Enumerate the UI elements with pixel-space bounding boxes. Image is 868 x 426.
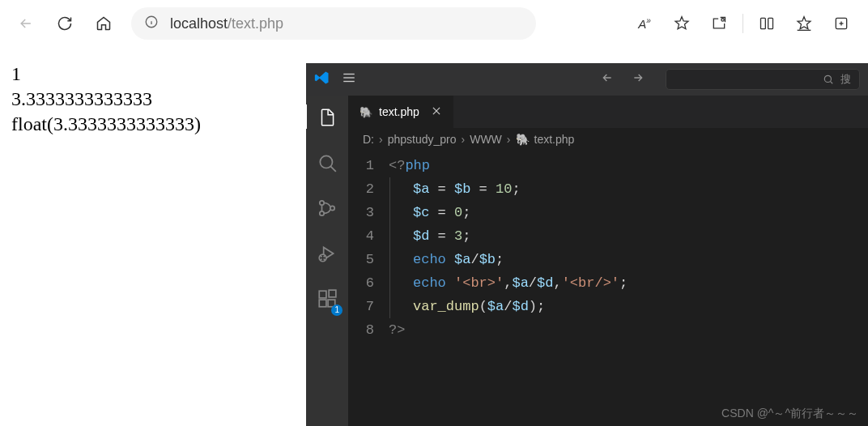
svg-point-13 <box>824 75 831 82</box>
svg-point-15 <box>320 155 332 168</box>
debug-icon[interactable] <box>317 243 338 267</box>
activity-bar: 1 <box>306 96 348 426</box>
vscode-logo-icon <box>314 70 330 89</box>
line-number: 1 <box>348 154 374 177</box>
search-placeholder: 搜 <box>840 72 851 87</box>
svg-rect-24 <box>329 290 336 297</box>
code-editor[interactable]: 1 2 3 4 5 6 7 8 <?php $a = $b = 10; $c =… <box>348 151 868 342</box>
address-bar[interactable]: localhost/text.php <box>131 7 536 40</box>
chevron-right-icon: › <box>462 133 466 146</box>
nav-forward-icon[interactable] <box>627 68 649 91</box>
line-number: 3 <box>348 201 374 224</box>
chevron-right-icon: › <box>379 133 383 146</box>
svg-rect-5 <box>768 18 773 28</box>
command-search[interactable]: 搜 <box>666 69 860 90</box>
breadcrumb-drive[interactable]: D: <box>363 133 374 146</box>
split-screen-icon[interactable] <box>750 7 784 40</box>
source-control-icon[interactable] <box>317 198 338 222</box>
breadcrumb-folder[interactable]: phpstudy_pro <box>388 133 457 146</box>
site-info-icon[interactable] <box>144 15 159 33</box>
refresh-button[interactable] <box>49 7 81 40</box>
tab-text-php[interactable]: 🐘 text.php <box>348 96 454 128</box>
line-number: 2 <box>348 177 374 201</box>
breadcrumb-folder[interactable]: WWW <box>470 133 502 146</box>
svg-point-19 <box>330 206 334 210</box>
vscode-titlebar: 搜 <box>306 63 868 96</box>
read-aloud-icon[interactable]: A» <box>628 7 662 40</box>
home-button[interactable] <box>87 7 120 40</box>
extensions-icon[interactable]: 1 <box>317 288 338 313</box>
vscode-window: 搜 1 🐘 <box>306 63 868 426</box>
watermark: CSDN @^～^前行者～～～ <box>721 407 858 421</box>
favorites-bar-icon[interactable] <box>787 7 821 40</box>
svg-point-3 <box>721 19 724 21</box>
line-gutter: 1 2 3 4 5 6 7 8 <box>348 154 389 342</box>
url-path: /text.php <box>228 15 283 32</box>
line-number: 4 <box>348 224 374 248</box>
search-icon[interactable] <box>317 152 338 177</box>
close-tab-icon[interactable] <box>431 105 442 119</box>
editor-tabs: 🐘 text.php <box>348 96 868 128</box>
favorite-icon[interactable] <box>665 7 699 40</box>
line-number: 5 <box>348 248 374 271</box>
line-number: 7 <box>348 295 374 318</box>
svg-point-17 <box>320 201 324 205</box>
svg-rect-4 <box>761 18 766 28</box>
svg-rect-22 <box>319 300 326 307</box>
svg-rect-21 <box>319 291 326 298</box>
browser-right-controls: A» <box>628 7 858 40</box>
code-lines[interactable]: <?php $a = $b = 10; $c = 0; $d = 3; echo… <box>389 154 868 342</box>
nav-back-icon[interactable] <box>596 68 619 91</box>
extensions-badge: 1 <box>331 305 343 316</box>
chevron-right-icon: › <box>507 133 511 146</box>
php-file-icon: 🐘 <box>516 133 530 146</box>
extensions-icon[interactable] <box>702 7 736 40</box>
back-button[interactable] <box>10 7 42 40</box>
explorer-icon[interactable] <box>317 107 338 131</box>
php-file-icon: 🐘 <box>360 106 372 118</box>
editor-area: 🐘 text.php D: › phpstudy_pro › WWW › 🐘 t… <box>348 96 868 426</box>
line-number: 8 <box>348 318 374 342</box>
separator <box>742 14 743 33</box>
collections-icon[interactable] <box>824 7 858 40</box>
menu-icon[interactable] <box>342 70 356 88</box>
tab-filename: text.php <box>379 105 419 118</box>
browser-toolbar: localhost/text.php A» <box>0 0 868 47</box>
svg-point-18 <box>320 211 324 215</box>
line-number: 6 <box>348 271 374 295</box>
url-host: localhost <box>170 15 228 32</box>
svg-line-16 <box>330 166 336 172</box>
svg-line-14 <box>830 81 832 83</box>
breadcrumb-file[interactable]: text.php <box>534 133 575 146</box>
breadcrumb[interactable]: D: › phpstudy_pro › WWW › 🐘 text.php <box>348 128 868 151</box>
